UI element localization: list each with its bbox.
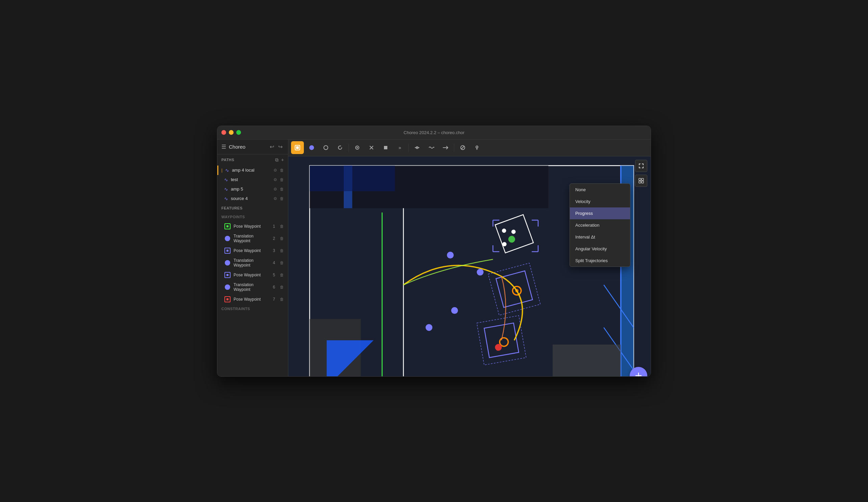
app-name: Choreo (229, 144, 266, 150)
copy-path-button[interactable]: ⧉ (275, 157, 279, 163)
dropdown-item-split-trajectories[interactable]: Split Trajectories (570, 255, 630, 266)
path-icon-1: ∿ (225, 168, 229, 173)
path-gear-3[interactable]: ⚙ (273, 187, 277, 191)
waypoint-delete-1[interactable]: 🗑 (280, 224, 284, 229)
waypoint-delete-7[interactable]: 🗑 (280, 297, 284, 302)
waypoint-name-2: Translation Waypoint (234, 234, 270, 243)
svg-rect-53 (639, 181, 641, 183)
rotate-button[interactable] (334, 141, 347, 154)
pose-icon-inner-7 (226, 298, 228, 300)
traffic-lights (221, 130, 241, 135)
waypoint-name-6: Translation Waypoint (234, 282, 270, 292)
waypoint-name-4: Translation Waypoint (234, 258, 270, 268)
canvas-area[interactable]: None Velocity Progress Acceleration Inte… (288, 156, 651, 376)
svg-point-42 (425, 324, 432, 331)
waypoint-item-7[interactable]: Pose Waypoint 7 🗑 (217, 294, 288, 305)
path-delete-2[interactable]: 🗑 (280, 177, 284, 182)
waypoint-delete-5[interactable]: 🗑 (280, 273, 284, 278)
waypoint-num-1: 1 (273, 224, 275, 229)
arrow-button[interactable] (439, 141, 452, 154)
waypoint-icon-6 (224, 284, 231, 291)
waypoint-num-2: 2 (273, 236, 275, 241)
waypoint-item-5[interactable]: Pose Waypoint 5 🗑 (217, 270, 288, 280)
waypoint-item-4[interactable]: Translation Waypoint 4 🗑 (217, 256, 288, 270)
forward-button[interactable]: » (393, 141, 406, 154)
grid-button[interactable] (635, 175, 647, 187)
path-name-4: source 4 (231, 196, 271, 201)
waypoint-item-3[interactable]: Pose Waypoint 3 🗑 (217, 245, 288, 256)
select-tool-button[interactable] (291, 141, 304, 154)
wave-button[interactable] (425, 141, 438, 154)
circle-waypoint-button[interactable] (319, 141, 332, 154)
waypoint-delete-3[interactable]: 🗑 (280, 248, 284, 253)
path-gear-4[interactable]: ⚙ (273, 196, 277, 201)
toolbar-sep-3 (454, 144, 454, 152)
minimize-button[interactable] (229, 130, 234, 135)
waypoint-name-7: Pose Waypoint (234, 297, 270, 302)
svg-rect-51 (639, 178, 641, 180)
svg-point-40 (477, 269, 483, 275)
fullscreen-button[interactable] (635, 160, 647, 172)
constraints-subsection: CONSTRAINTS (217, 305, 288, 313)
waypoint-name-5: Pose Waypoint (234, 273, 270, 278)
dropdown-item-angular-velocity[interactable]: Angular Velocity (570, 243, 630, 255)
svg-rect-1 (296, 146, 299, 149)
waypoint-delete-6[interactable]: 🗑 (280, 285, 284, 290)
waypoint-icon-4 (224, 260, 231, 266)
split-button[interactable] (411, 141, 424, 154)
waypoint-item-2[interactable]: Translation Waypoint 2 🗑 (217, 232, 288, 245)
svg-rect-22 (552, 344, 621, 376)
waypoints-subsection: WAYPOINTS (217, 213, 288, 221)
path-delete-4[interactable]: 🗑 (280, 196, 284, 201)
title-bar: Choreo 2024.2.2 – choreo.chor (217, 126, 651, 139)
translation-icon-4 (225, 260, 230, 265)
dropdown-item-none[interactable]: None (570, 184, 630, 196)
waypoint-icon-1 (224, 223, 231, 230)
dropdown-item-interval-dt[interactable]: Interval Δt (570, 231, 630, 243)
waypoint-delete-2[interactable]: 🗑 (280, 236, 284, 241)
dropdown-item-progress[interactable]: Progress (570, 207, 630, 219)
menu-icon[interactable]: ☰ (221, 144, 226, 150)
path-gear-1[interactable]: ⚙ (273, 168, 277, 172)
dropdown-item-velocity[interactable]: Velocity (570, 196, 630, 207)
waypoint-item-6[interactable]: Translation Waypoint 6 🗑 (217, 280, 288, 294)
path-delete-3[interactable]: 🗑 (280, 187, 284, 191)
paths-section: PATHS ⧉ + | ∿ amp 4 local ⚙ 🗑 ∿ test (217, 154, 288, 203)
waypoint-icon-7 (224, 296, 231, 303)
waypoint-name-1: Pose Waypoint (234, 224, 270, 229)
waypoint-num-3: 3 (273, 248, 275, 253)
path-gear-2[interactable]: ⚙ (273, 177, 277, 182)
pose-icon-inner-1 (226, 225, 228, 227)
redo-button[interactable]: ↪ (277, 143, 284, 151)
path-item-1[interactable]: | ∿ amp 4 local ⚙ 🗑 (217, 166, 288, 175)
pose-waypoint-button[interactable] (305, 141, 318, 154)
waypoint-delete-4[interactable]: 🗑 (280, 260, 284, 265)
close-button[interactable] (221, 130, 226, 135)
waypoint-item-1[interactable]: Pose Waypoint 1 🗑 (217, 221, 288, 232)
pose-icon-3 (225, 248, 230, 254)
undo-button[interactable]: ↩ (268, 143, 276, 151)
heading-button[interactable] (351, 141, 364, 154)
path-name-2: test (231, 177, 271, 182)
dropdown-item-acceleration[interactable]: Acceleration (570, 219, 630, 231)
cancel-button[interactable] (365, 141, 378, 154)
waypoint-num-5: 5 (273, 273, 275, 278)
path-item-3[interactable]: ∿ amp 5 ⚙ 🗑 (217, 185, 288, 194)
pin-button[interactable] (471, 141, 483, 154)
path-delete-1[interactable]: 🗑 (280, 168, 284, 172)
maximize-button[interactable] (236, 130, 241, 135)
no-button[interactable] (456, 141, 469, 154)
stop-button[interactable] (379, 141, 392, 154)
toolbar-sep-2 (408, 144, 409, 152)
svg-point-41 (451, 307, 458, 314)
sidebar-header: ☰ Choreo ↩ ↪ (217, 139, 288, 154)
toolbar-sep-1 (349, 144, 349, 152)
path-item-4[interactable]: ∿ source 4 ⚙ 🗑 (217, 194, 288, 203)
path-item-2[interactable]: ∿ test ⚙ 🗑 (217, 175, 288, 185)
svg-rect-54 (642, 181, 643, 183)
svg-point-3 (324, 146, 328, 150)
add-path-button[interactable]: + (281, 157, 284, 163)
svg-point-11 (476, 146, 478, 148)
right-section: » (288, 139, 651, 376)
waypoint-num-7: 7 (273, 297, 275, 302)
